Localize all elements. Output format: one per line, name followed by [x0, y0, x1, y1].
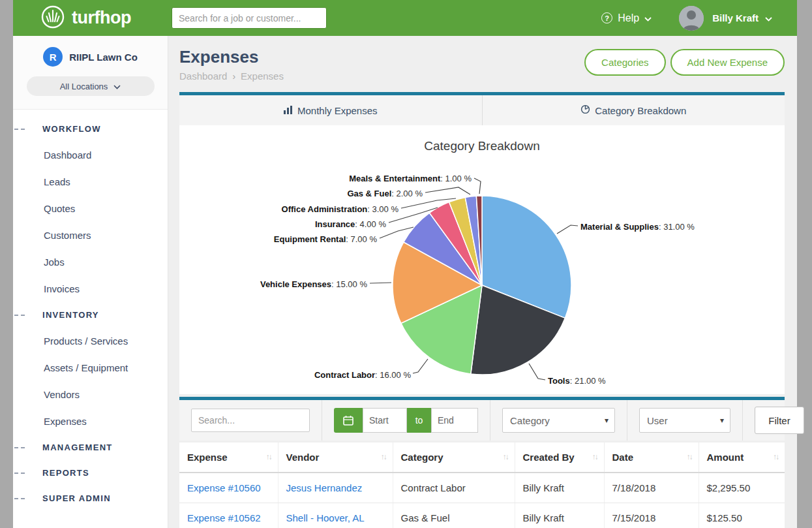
column-header-amount[interactable]: Amount↑↓	[699, 443, 785, 473]
table-filter-bar: to Category User Filter	[179, 397, 785, 441]
page-actions: Categories Add New Expense	[584, 49, 785, 76]
help-menu[interactable]: Help	[601, 12, 652, 24]
sidebar-item-dashboard[interactable]: Dashboard	[13, 142, 168, 168]
sidebar-item-customers[interactable]: Customers	[13, 222, 168, 249]
calendar-icon[interactable]	[334, 408, 363, 433]
nav-section-management[interactable]: MANAGEMENT	[13, 435, 168, 460]
sort-icon[interactable]: ↑↓	[503, 452, 508, 461]
user-menu[interactable]: Billy Kraft	[712, 12, 772, 23]
date-end-input[interactable]	[431, 408, 478, 433]
filter-button[interactable]: Filter	[755, 407, 804, 434]
column-header-category[interactable]: Category↑↓	[393, 443, 515, 473]
sidebar-item-leads[interactable]: Leads	[13, 168, 168, 195]
chevron-down-icon	[644, 12, 652, 24]
date-to-label: to	[407, 408, 431, 433]
expense-link[interactable]: Expense #10560	[187, 482, 261, 493]
leader-line	[529, 364, 545, 380]
topbar-right: Help Billy Kraft	[601, 6, 772, 31]
company-name: RIIPL Lawn Co	[69, 52, 138, 63]
sidebar-item-vendors[interactable]: Vendors	[13, 381, 168, 408]
sidebar-item-invoices[interactable]: Invoices	[13, 275, 168, 302]
filter-button-group: Filter	[743, 400, 812, 441]
brand-name: turfhop	[72, 8, 131, 28]
created-by-cell: Billy Kraft	[515, 503, 604, 528]
chevron-down-icon	[765, 12, 772, 23]
table-row: Expense #10560 Jesus Hernandez Contract …	[179, 473, 785, 503]
category-breakdown-chart: Category Breakdown	[179, 125, 785, 394]
category-select[interactable]: Category	[502, 408, 615, 433]
breadcrumb-dashboard[interactable]: Dashboard	[179, 70, 227, 82]
categories-button[interactable]: Categories	[584, 49, 666, 76]
sidebar-item-assets-equipment[interactable]: Assets / Equipment	[13, 354, 168, 381]
vendor-link[interactable]: Jesus Hernandez	[286, 482, 363, 493]
brand-logo[interactable]: turfhop	[40, 5, 131, 32]
expense-link[interactable]: Expense #10562	[187, 512, 261, 523]
sort-icon[interactable]: ↑↓	[773, 452, 778, 461]
date-cell: 7/18/2018	[604, 473, 699, 503]
pie-label-equipment-rental: Equipment Rental: 7.00 %	[274, 234, 377, 244]
turfhop-grass-icon	[40, 5, 65, 32]
leader-line	[474, 178, 481, 194]
help-icon	[601, 12, 612, 23]
sidebar-nav: WORKFLOW Dashboard Leads Quotes Customer…	[13, 110, 168, 511]
help-label: Help	[618, 12, 639, 24]
top-navbar: turfhop Help Billy Kraft	[13, 0, 797, 36]
sort-icon[interactable]: ↑↓	[381, 452, 386, 461]
section-dash-icon	[14, 447, 25, 448]
sort-icon[interactable]: ↑↓	[266, 452, 271, 461]
table-header-row: Expense↑↓ Vendor↑↓ Category↑↓ Created By…	[179, 443, 785, 473]
pie-label-material-supplies: Material & Supplies: 31.00 %	[580, 222, 695, 232]
pie-label-tools: Tools: 21.00 %	[548, 376, 606, 386]
global-search-input[interactable]	[172, 7, 327, 29]
amount-cell: $125.50	[699, 503, 785, 528]
tab-category-breakdown[interactable]: Category Breakdown	[483, 95, 785, 125]
leader-line	[557, 225, 578, 234]
location-selector[interactable]: All Locations	[27, 76, 155, 96]
leader-line	[370, 283, 391, 283]
sort-icon[interactable]: ↑↓	[687, 452, 692, 461]
leader-line	[425, 187, 470, 194]
user-name: Billy Kraft	[712, 12, 759, 23]
pie-label-gas-fuel: Gas & Fuel: 2.00 %	[347, 189, 423, 198]
created-by-cell: Billy Kraft	[515, 473, 604, 503]
nav-section-super-admin[interactable]: SUPER ADMIN	[13, 486, 168, 511]
sidebar-item-quotes[interactable]: Quotes	[13, 195, 168, 222]
sort-icon[interactable]: ↑↓	[592, 452, 597, 461]
company-logo: R	[43, 47, 63, 67]
column-header-vendor[interactable]: Vendor↑↓	[278, 443, 393, 473]
filter-date-group: to	[322, 400, 490, 441]
sidebar-item-jobs[interactable]: Jobs	[13, 249, 168, 275]
filter-user-group: User	[627, 400, 743, 441]
pie-label-office-administration: Office Administration: 3.00 %	[282, 204, 398, 214]
user-avatar[interactable]	[679, 6, 704, 31]
date-start-input[interactable]	[363, 408, 407, 433]
user-select[interactable]: User	[639, 408, 730, 433]
section-dash-icon	[14, 498, 25, 499]
main-content: Expenses Dashboard›Expenses Categories A…	[168, 36, 797, 528]
add-new-expense-button[interactable]: Add New Expense	[670, 49, 785, 76]
breadcrumb-separator: ›	[227, 71, 241, 82]
section-dash-icon	[14, 315, 25, 316]
breadcrumb-expenses: Expenses	[241, 70, 284, 82]
table-search-input[interactable]	[191, 409, 310, 432]
column-header-date[interactable]: Date↑↓	[604, 443, 699, 473]
amount-cell: $2,295.50	[699, 473, 785, 503]
page-header: Expenses Dashboard›Expenses Categories A…	[179, 36, 785, 92]
category-cell: Gas & Fuel	[393, 503, 515, 528]
breadcrumb: Dashboard›Expenses	[179, 70, 284, 82]
filter-category-group: Category	[490, 400, 627, 441]
nav-section-reports[interactable]: REPORTS	[13, 460, 168, 486]
column-header-created-by[interactable]: Created By↑↓	[515, 443, 604, 473]
tab-monthly-expenses[interactable]: Monthly Expenses	[179, 95, 483, 125]
vendor-link[interactable]: Shell - Hoover, AL	[286, 512, 365, 523]
sidebar-item-expenses[interactable]: Expenses	[13, 408, 168, 435]
column-header-expense[interactable]: Expense↑↓	[179, 443, 278, 473]
chart-tabs: Monthly Expenses Category Breakdown	[179, 92, 785, 125]
sidebar-item-products-services[interactable]: Products / Services	[13, 328, 168, 354]
pie-label-vehicle-expenses: Vehicle Expenses: 15.00 %	[260, 279, 367, 289]
nav-section-workflow: WORKFLOW	[13, 116, 168, 142]
bar-chart-icon	[284, 105, 293, 116]
pie-chart[interactable]	[179, 125, 785, 394]
app-window: turfhop Help Billy Kraft	[13, 0, 797, 528]
pie-chart-icon	[580, 104, 590, 116]
